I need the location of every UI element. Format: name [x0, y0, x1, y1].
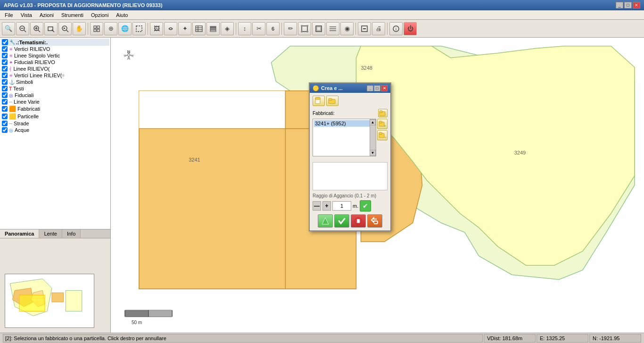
- image-button[interactable]: 🖼: [150, 22, 163, 35]
- svg-rect-80: [379, 132, 382, 134]
- pan-button[interactable]: ✋: [73, 22, 86, 35]
- box-button[interactable]: [298, 22, 311, 35]
- raggio-input[interactable]: [332, 201, 351, 211]
- layer-item-vertici-rilievo[interactable]: ✳Vertici RILIEVO: [1, 46, 109, 52]
- svg-rect-22: [210, 30, 216, 32]
- toolbar-sep-2: [148, 23, 148, 35]
- toolbar: 🔍 ✋ ⊕ 🌐 🖼 ✦ ◈ ↕ ✂ 6 ✏ ◉: [0, 20, 644, 38]
- listbox-add-button[interactable]: +: [377, 119, 388, 129]
- svg-rect-75: [380, 111, 382, 113]
- dialog: 🟡 Crea e ... _ □ ✕: [309, 82, 391, 231]
- zoom-in-button[interactable]: 🔍: [2, 22, 15, 35]
- dialog-close-button[interactable]: ✕: [381, 85, 388, 91]
- svg-rect-42: [66, 290, 82, 311]
- svg-point-25: [306, 25, 308, 27]
- rotate-button[interactable]: ⊕: [104, 22, 117, 35]
- raggio-minus-button[interactable]: —: [313, 201, 321, 211]
- grid2-button[interactable]: [326, 22, 339, 35]
- edit-button[interactable]: ✏: [284, 22, 297, 35]
- undo-button[interactable]: [367, 214, 382, 228]
- grid-button[interactable]: [90, 22, 103, 35]
- layer-item-fiduciali[interactable]: ◎Fiduciali: [1, 92, 109, 98]
- svg-rect-73: [329, 98, 332, 100]
- dialog-listbox[interactable]: 3241+ (5952) ▲ ▼: [313, 119, 376, 156]
- menu-file[interactable]: File: [2, 12, 16, 18]
- svg-line-1: [24, 30, 26, 32]
- select-rect-button[interactable]: [132, 22, 146, 35]
- menu-strumenti[interactable]: Strumenti: [58, 12, 86, 18]
- info-button[interactable]: i: [389, 22, 403, 35]
- dialog-action-buttons: [313, 214, 388, 228]
- label-3248: 3248: [361, 65, 372, 71]
- zoom-out-button[interactable]: [16, 22, 29, 35]
- layer-item-acque[interactable]: ◎Acque: [1, 127, 109, 133]
- layer-item-linee-singolo[interactable]: ✳Linee Singolo Vertic: [1, 52, 109, 59]
- draw-button[interactable]: [318, 214, 333, 228]
- number-button[interactable]: 6: [266, 22, 280, 35]
- dialog-new-button[interactable]: [313, 96, 325, 106]
- layer-item-strade[interactable]: ─Strade: [1, 120, 109, 127]
- svg-text:→: →: [383, 134, 386, 139]
- power-button[interactable]: ⏻: [404, 22, 417, 35]
- layer-item-testi[interactable]: TTesti: [1, 85, 109, 92]
- table-button[interactable]: [192, 22, 206, 35]
- dialog-fabbricati-icon-button[interactable]: [378, 109, 388, 117]
- label-3249: 3249: [514, 150, 526, 155]
- tab-info[interactable]: Info: [62, 229, 81, 238]
- menu-azioni[interactable]: Azioni: [37, 12, 57, 18]
- layer-item-simboli[interactable]: ⚓Simboli: [1, 79, 109, 85]
- frame-button[interactable]: [312, 22, 325, 35]
- minimize-button[interactable]: _: [616, 2, 623, 8]
- menu-aiuto[interactable]: Aiuto: [113, 12, 131, 18]
- layer-tree[interactable]: 🔧 .:Tematismi:. ✳Vertici RILIEVO ✳Linee …: [0, 38, 110, 229]
- star-button[interactable]: ✦: [178, 22, 191, 35]
- close-button[interactable]: ✕: [633, 2, 640, 8]
- menu-opzioni[interactable]: Opzioni: [88, 12, 111, 18]
- print-button[interactable]: 🖨: [372, 22, 385, 35]
- stop-button[interactable]: [351, 214, 366, 228]
- minus-box-button[interactable]: [358, 22, 371, 35]
- layer-item-fiduciali-rilievo[interactable]: ✦Fiduciali RILIEVO: [1, 59, 109, 65]
- layer-header-checkbox[interactable]: [2, 39, 8, 45]
- zoom-prev-button[interactable]: [58, 22, 72, 35]
- layer-item-particelle[interactable]: 🟨Particelle: [1, 113, 109, 120]
- layer-item-vertici-linee-rilievo[interactable]: ✳Vertici Linee RILIEV( ≡: [1, 72, 109, 79]
- layer-item-fabbricati[interactable]: 🟧Fabbricati: [1, 105, 109, 113]
- menu-vista[interactable]: Vista: [18, 12, 35, 18]
- raggio-plus-button[interactable]: +: [322, 201, 331, 211]
- map-area[interactable]: 3248 3241 3249 50 m N: [111, 38, 644, 333]
- layer-item-linee-rilievo[interactable]: ┤Linee RILIEVO(: [1, 65, 109, 72]
- zoom-rect-button[interactable]: [44, 22, 58, 35]
- circle-button[interactable]: ◉: [340, 22, 354, 35]
- globe-button[interactable]: 🌐: [118, 22, 132, 35]
- listbox-remove-button[interactable]: →: [377, 130, 388, 140]
- layer-button[interactable]: [206, 22, 220, 35]
- scale-button[interactable]: ↕: [238, 22, 251, 35]
- toolbar-sep-4: [281, 23, 282, 35]
- svg-text:50 m: 50 m: [132, 320, 142, 325]
- listbox-scroll-up[interactable]: ▲: [370, 119, 376, 125]
- dialog-open-button[interactable]: [326, 96, 339, 106]
- tab-panoramica[interactable]: Panoramica: [0, 229, 39, 238]
- listbox-item-0[interactable]: 3241+ (5952): [314, 120, 375, 127]
- maximize-button[interactable]: □: [624, 2, 632, 8]
- layer-header-label: .:Tematismi:.: [16, 40, 48, 45]
- bottom-tabs: Panoramica Lente Info: [0, 229, 110, 238]
- dialog-minimize-button[interactable]: _: [367, 85, 373, 91]
- dialog-listbox-area: 3241+ (5952) ▲ ▼ + →: [313, 119, 388, 159]
- cut-button[interactable]: ✂: [252, 22, 265, 35]
- layer-item-linee-varie[interactable]: ─Linee Varie: [1, 98, 109, 105]
- raggio-ok-button[interactable]: ✔: [360, 200, 371, 212]
- dialog-maximize-button[interactable]: □: [374, 85, 380, 91]
- listbox-scrollbar[interactable]: ▲ ▼: [370, 119, 376, 156]
- tab-lente[interactable]: Lente: [39, 229, 62, 238]
- listbox-scroll-down[interactable]: ▼: [370, 150, 376, 156]
- link-button[interactable]: [164, 22, 177, 35]
- confirm-button[interactable]: [334, 214, 349, 228]
- vertex-button[interactable]: ◈: [221, 22, 234, 35]
- dialog-empty-area: [313, 162, 388, 190]
- dialog-title[interactable]: 🟡 Crea e ... _ □ ✕: [310, 83, 390, 93]
- listbox-action-buttons: + →: [377, 119, 388, 159]
- status-vdist: VDist: 181.68m: [484, 334, 536, 343]
- zoom-extent-button[interactable]: [30, 22, 43, 35]
